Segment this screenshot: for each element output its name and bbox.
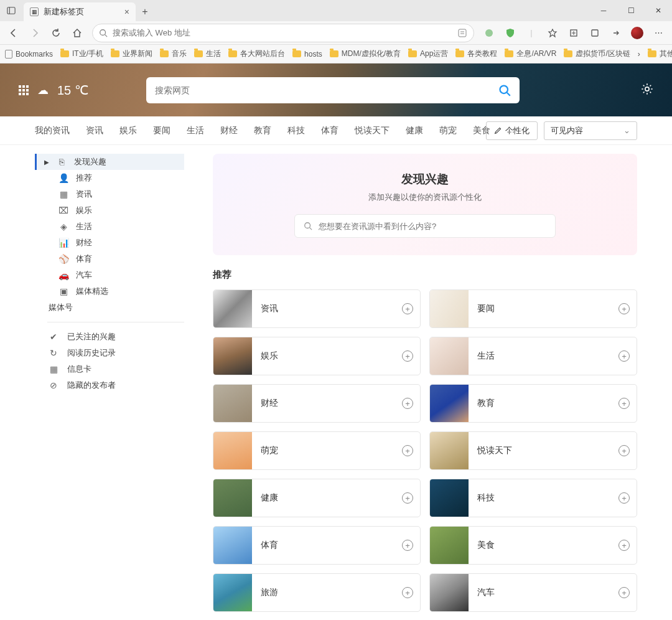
nav-item[interactable]: 体育: [321, 125, 338, 136]
sidebar-bottom-item[interactable]: ⊘隐藏的发布者: [35, 377, 184, 393]
interest-card[interactable]: 要闻+: [429, 289, 637, 328]
nav-item[interactable]: 财经: [220, 125, 238, 136]
address-bar[interactable]: [92, 24, 474, 42]
sidebar-bottom-item[interactable]: ↻阅读历史记录: [35, 345, 184, 361]
nav-item[interactable]: 娱乐: [119, 125, 137, 136]
add-interest-button[interactable]: +: [612, 492, 637, 504]
nav-item[interactable]: 教育: [254, 125, 271, 136]
sidebar-item[interactable]: 🚗汽车: [35, 267, 184, 283]
interest-card[interactable]: 教育+: [429, 384, 637, 423]
forward-button[interactable]: [25, 23, 45, 43]
interest-card[interactable]: 萌宠+: [213, 431, 421, 470]
bookmark-folder[interactable]: IT业/手机: [60, 49, 103, 59]
address-input[interactable]: [113, 28, 452, 37]
interest-search-box[interactable]: [294, 214, 556, 238]
interest-card[interactable]: 旅游+: [213, 573, 421, 612]
web-search-input[interactable]: [155, 85, 498, 95]
nav-item[interactable]: 科技: [287, 125, 305, 136]
sidebar-item[interactable]: ⚾体育: [35, 251, 184, 267]
tab-actions-icon[interactable]: [0, 0, 22, 21]
add-interest-button[interactable]: +: [612, 350, 637, 362]
refresh-button[interactable]: [46, 23, 66, 43]
interest-card[interactable]: 汽车+: [429, 573, 637, 612]
nav-item[interactable]: 生活: [187, 125, 204, 136]
bookmark-folder[interactable]: 虚拟货币/区块链: [564, 49, 630, 59]
bookmark-folder[interactable]: App运营: [408, 49, 448, 59]
sidebar-bottom-item[interactable]: ✔已关注的兴趣: [35, 329, 184, 345]
tab-close-icon[interactable]: ×: [124, 7, 129, 17]
sidebar-item[interactable]: ◈生活: [35, 218, 184, 235]
interest-search-input[interactable]: [319, 222, 546, 231]
settings-gear-icon[interactable]: [641, 83, 653, 97]
other-bookmarks[interactable]: 其他收藏夹: [648, 49, 672, 59]
reader-mode-icon[interactable]: [457, 28, 467, 38]
nav-item[interactable]: 萌宠: [439, 125, 457, 136]
personalize-button[interactable]: 个性化: [486, 121, 538, 140]
add-interest-button[interactable]: +: [395, 492, 420, 504]
bookmark-folder[interactable]: MDM/虚拟化/教育: [330, 49, 401, 59]
interest-card[interactable]: 生活+: [429, 337, 637, 375]
nav-item[interactable]: 悦读天下: [355, 125, 390, 136]
bookmark-folder[interactable]: 各大网站后台: [228, 49, 285, 59]
sidebar-bottom-item[interactable]: ▦信息卡: [35, 361, 184, 377]
add-interest-button[interactable]: +: [612, 445, 637, 456]
bookmark-folder[interactable]: 生活: [194, 49, 221, 59]
search-icon[interactable]: [498, 84, 511, 96]
add-interest-button[interactable]: +: [395, 445, 420, 456]
add-interest-button[interactable]: +: [395, 587, 420, 598]
add-interest-button[interactable]: +: [395, 540, 420, 551]
ext-icon-1[interactable]: [479, 23, 499, 43]
bookmark-folder[interactable]: 全息/AR/VR: [505, 49, 556, 59]
add-interest-button[interactable]: +: [395, 398, 420, 409]
sidebar-item-media[interactable]: 媒体号: [35, 299, 184, 316]
bookmark-item[interactable]: Bookmarks: [5, 50, 53, 59]
share-icon[interactable]: [606, 23, 626, 43]
extension-icon[interactable]: [585, 23, 605, 43]
browser-tab[interactable]: ▦ 新建标签页 ×: [24, 2, 136, 21]
visible-content-select[interactable]: 可见内容 ⌄: [544, 121, 637, 140]
overflow-chevron-icon[interactable]: ›: [638, 50, 640, 59]
new-tab-button[interactable]: +: [136, 2, 154, 21]
more-menu-icon[interactable]: ⋯: [648, 23, 668, 43]
ext-icon-2[interactable]: [500, 23, 520, 43]
profile-avatar[interactable]: [627, 23, 647, 43]
close-window-button[interactable]: ✕: [645, 0, 672, 21]
sidebar-item[interactable]: ▣媒体精选: [35, 283, 184, 299]
bookmark-folder[interactable]: hosts: [292, 49, 322, 59]
weather-icon[interactable]: ☁: [37, 83, 49, 97]
sidebar-item[interactable]: 👤推荐: [35, 170, 184, 186]
add-interest-button[interactable]: +: [612, 587, 637, 598]
sidebar-item[interactable]: ▦资讯: [35, 186, 184, 202]
sidebar-item-discover[interactable]: ▶ ⎘ 发现兴趣: [35, 154, 184, 170]
nav-item[interactable]: 我的资讯: [35, 125, 70, 136]
interest-card[interactable]: 健康+: [213, 479, 421, 517]
interest-card[interactable]: 美食+: [429, 526, 637, 565]
bookmark-folder[interactable]: 业界新闻: [111, 49, 152, 59]
apps-grid-icon[interactable]: [19, 85, 29, 95]
favorites-icon[interactable]: [543, 23, 562, 43]
add-interest-button[interactable]: +: [395, 350, 420, 362]
bookmark-folder[interactable]: 音乐: [160, 49, 187, 59]
interest-card[interactable]: 科技+: [429, 479, 637, 517]
interest-card[interactable]: 悦读天下+: [429, 431, 637, 470]
temperature[interactable]: 15 ℃: [57, 83, 88, 98]
home-button[interactable]: [67, 23, 87, 43]
web-search-box[interactable]: [146, 77, 520, 103]
nav-item[interactable]: 健康: [406, 125, 423, 136]
nav-item[interactable]: 要闻: [153, 125, 170, 136]
back-button[interactable]: [4, 23, 24, 43]
interest-card[interactable]: 财经+: [213, 384, 421, 423]
maximize-button[interactable]: ☐: [617, 0, 645, 21]
interest-card[interactable]: 体育+: [213, 526, 421, 565]
sidebar-item[interactable]: ⌧娱乐: [35, 202, 184, 218]
add-interest-button[interactable]: +: [395, 303, 420, 314]
nav-item[interactable]: 资讯: [86, 125, 103, 136]
add-interest-button[interactable]: +: [612, 303, 637, 314]
collections-icon[interactable]: [564, 23, 584, 43]
interest-card[interactable]: 资讯+: [213, 289, 421, 328]
minimize-button[interactable]: ─: [590, 0, 617, 21]
interest-card[interactable]: 娱乐+: [213, 337, 421, 375]
add-interest-button[interactable]: +: [612, 540, 637, 551]
add-interest-button[interactable]: +: [612, 398, 637, 409]
bookmark-folder[interactable]: 各类教程: [455, 49, 497, 59]
